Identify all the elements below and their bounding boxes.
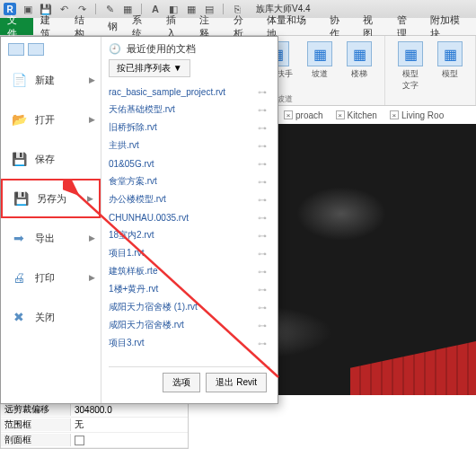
pin-icon[interactable]: ⊶	[258, 177, 267, 187]
chevron-right-icon: ▶	[89, 233, 95, 242]
ribbon-group: ▦模型 文字▦模型	[385, 36, 476, 105]
recent-file-item[interactable]: 建筑样板.rte⊶	[109, 262, 270, 280]
file-menu-sidebar: 📄新建▶📂打开▶💾保存💾另存为▶➡导出▶🖨打印▶✖关闭	[1, 37, 101, 403]
ribbon-btn[interactable]: ▦坡道	[302, 40, 338, 93]
close-icon[interactable]: ×	[390, 110, 399, 119]
recent-file-name: 1楼+黄丹.rvt	[109, 283, 158, 295]
recent-file-item[interactable]: CHUNHAU.0035.rvt⊶	[109, 208, 270, 226]
recent-file-name: 主拱.rvt	[109, 139, 139, 152]
view-tab-label: Living Roo	[401, 110, 444, 120]
property-label: 剖面框	[1, 434, 71, 446]
pin-icon[interactable]: ⊶	[258, 123, 267, 133]
file-menu-recent: 🕘 最近使用的文档 按已排序列表 ▼ rac_basic_sample_proj…	[101, 37, 278, 403]
recent-file-item[interactable]: 天佑基础模型.rvt⊶	[109, 101, 270, 119]
sort-dropdown[interactable]: 按已排序列表 ▼	[109, 59, 190, 77]
pin-icon[interactable]: ⊶	[258, 339, 267, 348]
ribbon-btn[interactable]: ▦楼梯	[341, 40, 377, 93]
view-tab[interactable]: ×Kitchen	[331, 109, 383, 122]
property-value[interactable]: 304800.0	[71, 405, 188, 415]
recent-file-name: 咸阳天力宿舍楼 (1).rvt	[109, 301, 198, 313]
open-icon: 📂	[10, 111, 28, 128]
tab-体量和场地[interactable]: 体量和场地	[260, 18, 322, 35]
pin-icon[interactable]: ⊶	[258, 159, 267, 169]
recent-file-item[interactable]: 主拱.rvt⊶	[109, 136, 270, 154]
pin-icon[interactable]: ⊶	[258, 141, 267, 151]
options-button[interactable]: 选项	[163, 373, 200, 392]
recent-file-item[interactable]: 项目1.rvt⊶	[109, 244, 270, 262]
pin-icon[interactable]: ⊶	[258, 303, 267, 313]
tab-管理[interactable]: 管理	[390, 18, 423, 35]
file-menu-open[interactable]: 📂打开▶	[1, 100, 101, 139]
pin-icon[interactable]: ⊶	[258, 195, 267, 205]
pin-icon[interactable]: ⊶	[258, 105, 267, 115]
property-row: 远剪裁偏移304800.0	[1, 402, 188, 418]
recent-file-item[interactable]: rac_basic_sample_project.rvt⊶	[109, 83, 270, 101]
tab-附加模块[interactable]: 附加模块	[423, 18, 476, 35]
tab-钢[interactable]: 钢	[101, 18, 125, 35]
property-value[interactable]: 无	[71, 418, 188, 431]
tab-视图[interactable]: 视图	[356, 18, 389, 35]
recent-file-item[interactable]: 旧桥拆除.rvt⊶	[109, 119, 270, 136]
recent-file-name: 项目3.rvt	[109, 337, 144, 349]
view-tab-label: proach	[295, 110, 323, 120]
recent-file-name: 办公楼模型.rvt	[109, 193, 166, 206]
tab-插入[interactable]: 插入	[159, 18, 192, 35]
close-icon[interactable]: ×	[284, 110, 293, 119]
tab-系统[interactable]: 系统	[125, 18, 158, 35]
tab-结构[interactable]: 结构	[67, 18, 101, 35]
recent-file-item[interactable]: 食堂方案.rvt⊶	[109, 172, 270, 190]
recent-file-name: 项目1.rvt	[109, 247, 144, 260]
ribbon-btn[interactable]: ▦模型	[432, 40, 468, 93]
property-row: 范围框无	[1, 418, 188, 433]
view-tabs: ×proach×Kitchen×Living Roo	[278, 106, 449, 124]
pin-icon[interactable]: ⊶	[258, 231, 267, 241]
ribbon-btn[interactable]: ▦模型 文字	[392, 40, 428, 93]
file-menu-print[interactable]: 🖨打印▶	[1, 258, 101, 297]
new-icon: 📄	[10, 72, 28, 88]
recent-file-item[interactable]: 项目3.rvt⊶	[109, 334, 270, 352]
file-menu-saveas[interactable]: 💾另存为▶	[1, 179, 101, 218]
file-menu-save[interactable]: 💾保存	[1, 139, 101, 179]
property-value[interactable]	[71, 436, 188, 445]
recent-file-item[interactable]: 1楼+黄丹.rvt⊶	[109, 280, 270, 298]
recent-file-item[interactable]: 办公楼模型.rvt⊶	[109, 190, 270, 208]
tab-建筑[interactable]: 建筑	[33, 18, 66, 35]
close-icon[interactable]: ×	[336, 110, 345, 119]
file-menu-export[interactable]: ➡导出▶	[1, 218, 101, 258]
chevron-right-icon: ▶	[89, 115, 95, 124]
recent-file-item[interactable]: 01&05G.rvt⊶	[109, 154, 270, 172]
recent-file-name: 天佑基础模型.rvt	[109, 103, 175, 116]
recent-file-item[interactable]: 18室内2.rvt⊶	[109, 226, 270, 244]
ribbon-icon: ▦	[437, 41, 463, 66]
ribbon-btn-label: 坡道	[312, 68, 328, 80]
ribbon-btn-label: 模型	[442, 68, 458, 80]
file-menu-new[interactable]: 📄新建▶	[1, 60, 101, 100]
ribbon-btn-label: 楼梯	[351, 68, 367, 80]
qat-icon[interactable]: ✎	[103, 3, 116, 15]
file-menu-label: 导出	[35, 232, 55, 245]
file-menu-label: 打印	[35, 271, 55, 285]
exit-button[interactable]: 退出 Revit	[206, 373, 267, 392]
recent-file-item[interactable]: 咸阳天力宿舍楼 (1).rvt⊶	[109, 298, 270, 316]
qat-icon[interactable]: ▦	[185, 3, 198, 15]
view-tab[interactable]: ×proach	[278, 109, 329, 122]
pin-icon[interactable]: ⊶	[258, 321, 267, 330]
tab-注释[interactable]: 注释	[192, 18, 225, 35]
file-menu-label: 新建	[35, 74, 55, 87]
export-icon: ➡	[10, 230, 28, 246]
pin-icon[interactable]: ⊶	[258, 267, 267, 277]
recent-file-item[interactable]: 咸阳天力宿舍楼.rvt⊶	[109, 316, 270, 334]
tab-文件[interactable]: 文件	[0, 18, 33, 35]
tab-协作[interactable]: 协作	[322, 18, 356, 35]
checkbox[interactable]	[75, 436, 84, 445]
view-tab[interactable]: ×Living Roo	[384, 109, 449, 122]
pin-icon[interactable]: ⊶	[258, 249, 267, 259]
pin-icon[interactable]: ⊶	[258, 213, 267, 223]
pin-icon[interactable]: ⊶	[258, 87, 267, 97]
pin-icon[interactable]: ⊶	[258, 285, 267, 295]
model-geometry	[296, 187, 386, 241]
file-menu-close[interactable]: ✖关闭	[1, 297, 101, 337]
tab-分析[interactable]: 分析	[226, 18, 260, 35]
recent-file-name: rac_basic_sample_project.rvt	[109, 87, 225, 97]
doc-icon	[8, 43, 24, 56]
